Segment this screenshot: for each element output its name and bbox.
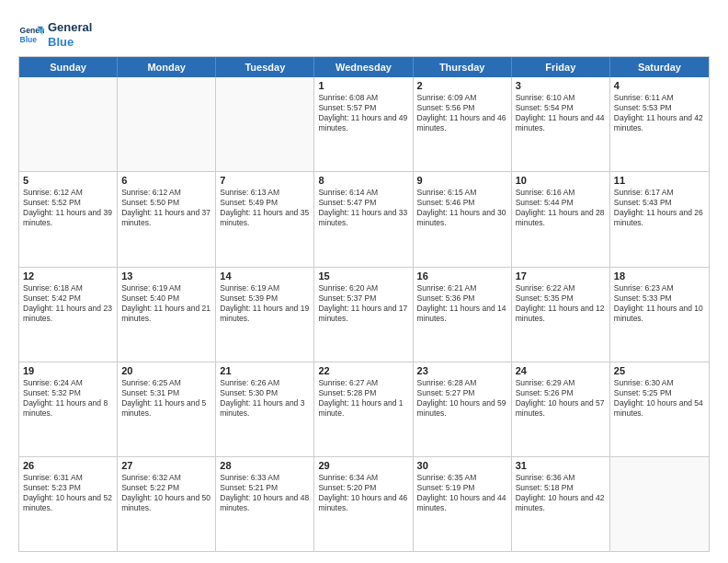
day-details: Sunrise: 6:24 AM Sunset: 5:32 PM Dayligh…	[23, 378, 113, 419]
day-details: Sunrise: 6:29 AM Sunset: 5:26 PM Dayligh…	[516, 378, 606, 419]
calendar-day-21: 21Sunrise: 6:26 AM Sunset: 5:30 PM Dayli…	[216, 362, 314, 456]
calendar-week-3: 12Sunrise: 6:18 AM Sunset: 5:42 PM Dayli…	[19, 268, 709, 362]
calendar-day-23: 23Sunrise: 6:28 AM Sunset: 5:27 PM Dayli…	[414, 362, 512, 456]
day-number: 5	[23, 175, 113, 186]
day-number: 30	[417, 460, 507, 471]
calendar-day-26: 26Sunrise: 6:31 AM Sunset: 5:23 PM Dayli…	[19, 457, 118, 551]
day-number: 26	[23, 460, 113, 471]
day-details: Sunrise: 6:21 AM Sunset: 5:36 PM Dayligh…	[417, 283, 507, 324]
day-details: Sunrise: 6:10 AM Sunset: 5:54 PM Dayligh…	[516, 93, 606, 133]
calendar-day-12: 12Sunrise: 6:18 AM Sunset: 5:42 PM Dayli…	[19, 268, 118, 362]
day-details: Sunrise: 6:27 AM Sunset: 5:28 PM Dayligh…	[318, 378, 408, 419]
day-number: 28	[220, 460, 310, 471]
calendar-week-5: 26Sunrise: 6:31 AM Sunset: 5:23 PM Dayli…	[19, 457, 709, 551]
day-header-tuesday: Tuesday	[216, 57, 314, 77]
day-number: 29	[318, 460, 408, 471]
day-number: 3	[516, 80, 606, 91]
day-details: Sunrise: 6:19 AM Sunset: 5:40 PM Dayligh…	[121, 283, 211, 324]
day-number: 7	[220, 175, 310, 186]
calendar-empty-cell	[216, 77, 314, 171]
calendar-week-4: 19Sunrise: 6:24 AM Sunset: 5:32 PM Dayli…	[19, 362, 709, 457]
day-number: 15	[318, 270, 408, 282]
calendar-day-27: 27Sunrise: 6:32 AM Sunset: 5:22 PM Dayli…	[118, 457, 216, 551]
calendar-day-20: 20Sunrise: 6:25 AM Sunset: 5:31 PM Dayli…	[118, 362, 216, 456]
calendar-empty-cell	[118, 77, 216, 171]
calendar-day-10: 10Sunrise: 6:16 AM Sunset: 5:44 PM Dayli…	[512, 172, 610, 266]
day-details: Sunrise: 6:31 AM Sunset: 5:23 PM Dayligh…	[23, 473, 113, 513]
day-details: Sunrise: 6:12 AM Sunset: 5:50 PM Dayligh…	[121, 188, 211, 228]
calendar-day-24: 24Sunrise: 6:29 AM Sunset: 5:26 PM Dayli…	[512, 362, 610, 456]
day-header-monday: Monday	[118, 57, 216, 77]
day-number: 1	[318, 80, 408, 91]
calendar-body: 1Sunrise: 6:08 AM Sunset: 5:57 PM Daylig…	[19, 77, 709, 551]
day-header-wednesday: Wednesday	[314, 57, 413, 77]
calendar-day-15: 15Sunrise: 6:20 AM Sunset: 5:37 PM Dayli…	[314, 268, 413, 362]
day-details: Sunrise: 6:25 AM Sunset: 5:31 PM Dayligh…	[121, 378, 211, 419]
day-details: Sunrise: 6:20 AM Sunset: 5:37 PM Dayligh…	[318, 283, 408, 324]
day-number: 21	[220, 365, 310, 376]
calendar-week-2: 5Sunrise: 6:12 AM Sunset: 5:52 PM Daylig…	[19, 172, 709, 267]
day-number: 18	[614, 270, 705, 282]
day-header-saturday: Saturday	[610, 57, 709, 77]
calendar-day-13: 13Sunrise: 6:19 AM Sunset: 5:40 PM Dayli…	[118, 268, 216, 362]
calendar-day-28: 28Sunrise: 6:33 AM Sunset: 5:21 PM Dayli…	[216, 457, 314, 551]
day-number: 9	[417, 175, 507, 186]
day-details: Sunrise: 6:26 AM Sunset: 5:30 PM Dayligh…	[220, 378, 310, 419]
day-details: Sunrise: 6:17 AM Sunset: 5:43 PM Dayligh…	[614, 188, 705, 228]
calendar-day-22: 22Sunrise: 6:27 AM Sunset: 5:28 PM Dayli…	[314, 362, 413, 456]
page-header: General Blue GeneralBlue	[18, 17, 710, 49]
calendar-day-9: 9Sunrise: 6:15 AM Sunset: 5:46 PM Daylig…	[414, 172, 512, 266]
logo: General Blue GeneralBlue	[18, 20, 92, 49]
day-number: 23	[417, 365, 507, 376]
day-details: Sunrise: 6:34 AM Sunset: 5:20 PM Dayligh…	[318, 473, 408, 513]
day-number: 14	[220, 270, 310, 282]
calendar-day-17: 17Sunrise: 6:22 AM Sunset: 5:35 PM Dayli…	[512, 268, 610, 362]
calendar-day-4: 4Sunrise: 6:11 AM Sunset: 5:53 PM Daylig…	[610, 77, 709, 171]
day-details: Sunrise: 6:16 AM Sunset: 5:44 PM Dayligh…	[516, 188, 606, 228]
calendar-day-7: 7Sunrise: 6:13 AM Sunset: 5:49 PM Daylig…	[216, 172, 314, 266]
day-number: 19	[23, 365, 113, 376]
calendar-day-25: 25Sunrise: 6:30 AM Sunset: 5:25 PM Dayli…	[610, 362, 709, 456]
calendar-day-11: 11Sunrise: 6:17 AM Sunset: 5:43 PM Dayli…	[610, 172, 709, 266]
calendar-day-6: 6Sunrise: 6:12 AM Sunset: 5:50 PM Daylig…	[118, 172, 216, 266]
day-number: 4	[614, 80, 705, 91]
calendar-week-1: 1Sunrise: 6:08 AM Sunset: 5:57 PM Daylig…	[19, 77, 709, 172]
calendar-day-16: 16Sunrise: 6:21 AM Sunset: 5:36 PM Dayli…	[414, 268, 512, 362]
day-number: 31	[516, 460, 606, 471]
calendar-day-5: 5Sunrise: 6:12 AM Sunset: 5:52 PM Daylig…	[19, 172, 118, 266]
calendar-empty-cell	[19, 77, 118, 171]
day-details: Sunrise: 6:14 AM Sunset: 5:47 PM Dayligh…	[318, 188, 408, 228]
day-number: 12	[23, 270, 113, 282]
calendar-empty-cell	[610, 457, 709, 551]
day-number: 27	[121, 460, 211, 471]
day-number: 16	[417, 270, 507, 282]
day-details: Sunrise: 6:09 AM Sunset: 5:56 PM Dayligh…	[417, 93, 507, 133]
day-details: Sunrise: 6:12 AM Sunset: 5:52 PM Dayligh…	[23, 188, 113, 228]
day-number: 11	[614, 175, 705, 186]
calendar-day-31: 31Sunrise: 6:36 AM Sunset: 5:18 PM Dayli…	[512, 457, 610, 551]
calendar-day-19: 19Sunrise: 6:24 AM Sunset: 5:32 PM Dayli…	[19, 362, 118, 456]
day-details: Sunrise: 6:30 AM Sunset: 5:25 PM Dayligh…	[614, 378, 705, 419]
day-number: 25	[614, 365, 705, 376]
day-details: Sunrise: 6:32 AM Sunset: 5:22 PM Dayligh…	[121, 473, 211, 513]
logo-text: GeneralBlue	[48, 20, 92, 49]
day-header-sunday: Sunday	[19, 57, 118, 77]
day-number: 17	[516, 270, 606, 282]
day-details: Sunrise: 6:35 AM Sunset: 5:19 PM Dayligh…	[417, 473, 507, 513]
calendar-header: SundayMondayTuesdayWednesdayThursdayFrid…	[19, 57, 709, 77]
svg-text:Blue: Blue	[20, 34, 38, 43]
calendar-day-2: 2Sunrise: 6:09 AM Sunset: 5:56 PM Daylig…	[414, 77, 512, 171]
day-details: Sunrise: 6:15 AM Sunset: 5:46 PM Dayligh…	[417, 188, 507, 228]
day-number: 8	[318, 175, 408, 186]
day-header-thursday: Thursday	[414, 57, 512, 77]
calendar-day-30: 30Sunrise: 6:35 AM Sunset: 5:19 PM Dayli…	[414, 457, 512, 551]
day-details: Sunrise: 6:13 AM Sunset: 5:49 PM Dayligh…	[220, 188, 310, 228]
calendar-day-29: 29Sunrise: 6:34 AM Sunset: 5:20 PM Dayli…	[314, 457, 413, 551]
calendar: SundayMondayTuesdayWednesdayThursdayFrid…	[18, 56, 710, 552]
day-number: 13	[121, 270, 211, 282]
calendar-day-14: 14Sunrise: 6:19 AM Sunset: 5:39 PM Dayli…	[216, 268, 314, 362]
day-number: 2	[417, 80, 507, 91]
day-details: Sunrise: 6:33 AM Sunset: 5:21 PM Dayligh…	[220, 473, 310, 513]
calendar-day-3: 3Sunrise: 6:10 AM Sunset: 5:54 PM Daylig…	[512, 77, 610, 171]
day-header-friday: Friday	[512, 57, 610, 77]
